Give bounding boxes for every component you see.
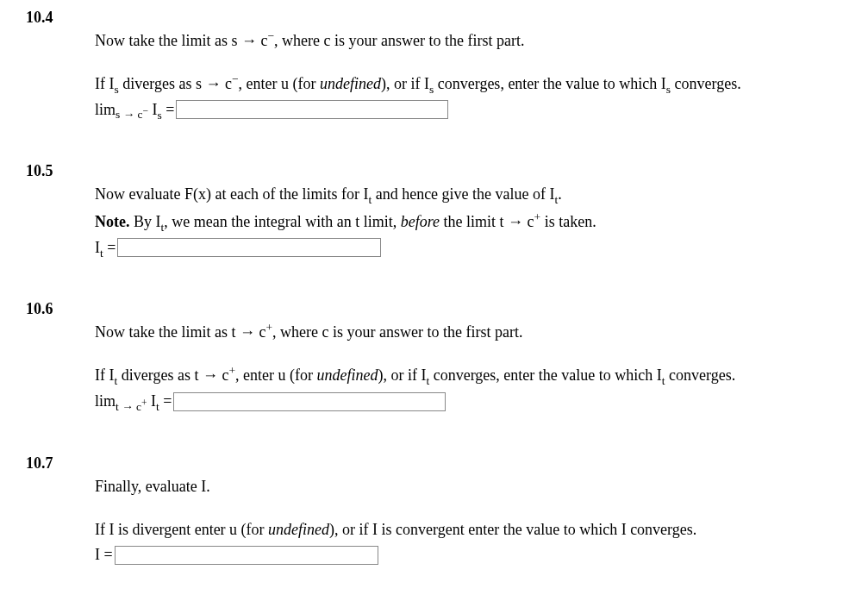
answer-input-10-5[interactable] (117, 238, 381, 257)
answer-input-10-4[interactable] (176, 100, 448, 119)
question-10-7: 10.7 Finally, evaluate I. If I is diverg… (26, 454, 851, 565)
question-number: 10.4 (26, 9, 95, 27)
question-number: 10.6 (26, 300, 95, 318)
answer-row: lims → c− Is = (95, 100, 851, 119)
instruction-line: Now take the limit as s → c−, where c is… (95, 29, 851, 52)
answer-prefix: It = (95, 239, 116, 257)
question-body: Finally, evaluate I. If I is divergent e… (95, 454, 851, 565)
answer-row: I = (95, 546, 851, 565)
question-number: 10.5 (26, 162, 95, 180)
instruction-line: Finally, evaluate I. (95, 475, 851, 498)
answer-input-10-6[interactable] (173, 392, 446, 411)
question-body: Now take the limit as t → c+, where c is… (95, 300, 851, 410)
answer-row: limt → c+ It = (95, 392, 851, 411)
instruction-line: Now take the limit as t → c+, where c is… (95, 321, 851, 343)
answer-input-10-7[interactable] (115, 546, 378, 565)
question-body: Now evaluate F(x) at each of the limits … (95, 162, 851, 257)
note-line: Note. By It, we mean the integral with a… (95, 210, 851, 233)
instruction-line: If It diverges as t → c+, enter u (for u… (95, 364, 851, 386)
question-10-6: 10.6 Now take the limit as t → c+, where… (26, 300, 851, 410)
answer-prefix: limt → c+ It = (95, 392, 172, 410)
question-body: Now take the limit as s → c−, where c is… (95, 9, 851, 119)
answer-prefix: lims → c− Is = (95, 101, 174, 119)
question-number: 10.7 (26, 454, 95, 473)
instruction-line: If I is divergent enter u (for undefined… (95, 518, 851, 541)
question-10-5: 10.5 Now evaluate F(x) at each of the li… (26, 162, 851, 257)
question-10-4: 10.4 Now take the limit as s → c−, where… (26, 9, 851, 119)
instruction-line: Now evaluate F(x) at each of the limits … (95, 183, 851, 205)
instruction-line: If Is diverges as s → c−, enter u (for u… (95, 72, 851, 95)
answer-row: It = (95, 238, 851, 257)
answer-prefix: I = (95, 546, 113, 564)
